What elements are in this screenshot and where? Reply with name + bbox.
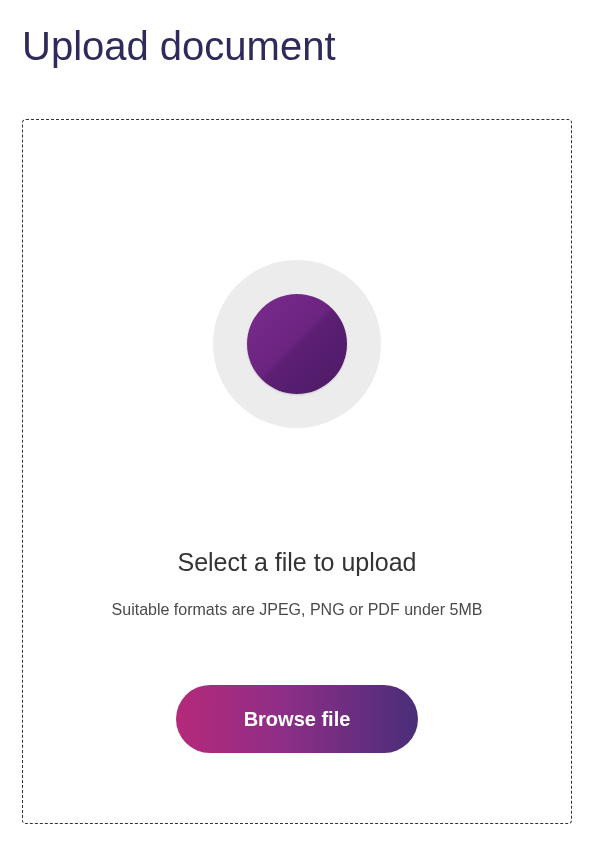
instruction-title: Select a file to upload <box>177 548 416 577</box>
upload-icon <box>213 260 381 428</box>
page-title: Upload document <box>22 24 572 69</box>
upload-icon-inner <box>247 294 347 394</box>
upload-dropzone[interactable]: Select a file to upload Suitable formats… <box>22 119 572 824</box>
instruction-subtitle: Suitable formats are JPEG, PNG or PDF un… <box>112 601 483 619</box>
browse-file-button[interactable]: Browse file <box>176 685 418 753</box>
